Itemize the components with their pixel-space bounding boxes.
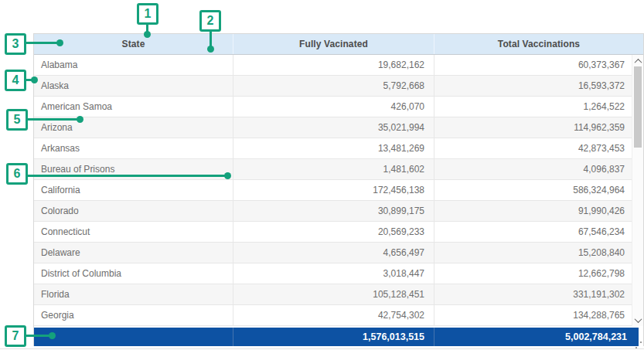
scroll-down-button[interactable] <box>632 314 643 325</box>
state-cell: Alaska <box>34 76 233 96</box>
callout-marker-2: 2 <box>199 10 221 32</box>
vaccination-table: State Fully Vacinated Total Vaccinations… <box>33 33 644 346</box>
state-cell: Connecticut <box>34 222 233 242</box>
state-cell: Georgia <box>34 305 233 325</box>
fully-vaccinated-cell: 42,754,302 <box>233 305 434 325</box>
callout-marker-4: 4 <box>5 70 26 91</box>
table-row[interactable]: Alaska 5,792,668 16,593,372 <box>34 76 643 97</box>
fully-vaccinated-cell: 3,018,447 <box>233 263 434 284</box>
total-vaccinations-cell: 12,662,798 <box>434 263 643 284</box>
total-vaccinations-cell: 15,208,840 <box>434 243 643 263</box>
callout-marker-5: 5 <box>6 109 28 131</box>
state-cell: Alabama <box>34 55 233 75</box>
total-vaccinations-cell: 331,191,302 <box>434 284 643 304</box>
callout-marker-6: 6 <box>6 163 28 185</box>
chevron-up-icon <box>635 58 642 66</box>
fully-vaccinated-cell: 19,682,162 <box>233 55 434 75</box>
total-vaccinations-cell: 134,288,765 <box>434 305 643 325</box>
state-cell: Florida <box>34 284 233 304</box>
state-cell: California <box>34 180 233 200</box>
state-cell: Delaware <box>34 243 233 263</box>
callout-marker-1: 1 <box>137 3 158 25</box>
callout-stem-7 <box>26 335 50 337</box>
callout-dot-6 <box>224 172 231 179</box>
table-row[interactable]: Georgia 42,754,302 134,288,765 <box>34 305 643 326</box>
table-row[interactable]: American Samoa 426,070 1,264,522 <box>34 97 643 117</box>
fully-vaccinated-cell: 4,656,497 <box>233 243 434 263</box>
fully-vaccinated-cell: 1,481,602 <box>233 159 434 179</box>
total-vaccinations-cell: 114,962,359 <box>434 117 643 138</box>
total-vaccinations-cell: 1,264,522 <box>434 97 643 117</box>
callout-stem-2 <box>210 31 212 47</box>
fully-vaccinated-cell: 30,899,175 <box>233 201 434 221</box>
fully-vaccinated-cell: 172,456,138 <box>233 180 434 200</box>
table-body: Alabama 19,682,162 60,373,367 Alaska 5,7… <box>34 55 643 326</box>
total-vaccinations-cell: 42,873,453 <box>434 138 643 158</box>
total-vaccinations-cell: 60,373,367 <box>434 55 643 75</box>
callout-marker-3: 3 <box>5 33 26 55</box>
total-vaccinations-cell: 4,096,837 <box>434 159 643 179</box>
table-row[interactable]: Arizona 35,021,994 114,962,359 <box>34 117 643 138</box>
callout-stem-5 <box>27 118 78 121</box>
column-header-fully-vaccinated[interactable]: Fully Vacinated <box>233 34 434 54</box>
capture-bottom-edge <box>0 348 644 349</box>
fully-vaccinated-cell: 20,569,233 <box>233 222 434 242</box>
resize-grip-icon <box>635 342 642 348</box>
total-vaccinations-cell: 91,990,426 <box>434 201 643 221</box>
screenshot-root: State Fully Vacinated Total Vaccinations… <box>0 0 644 350</box>
total-vaccinations-cell: 67,546,234 <box>434 222 643 242</box>
total-row-state-cell <box>34 328 233 346</box>
state-cell: Arkansas <box>34 138 233 158</box>
state-cell: Colorado <box>34 201 233 221</box>
table-row[interactable]: District of Columbia 3,018,447 12,662,79… <box>34 263 643 284</box>
vertical-scrollbar[interactable] <box>632 55 643 326</box>
chevron-down-icon <box>635 315 642 323</box>
table-row[interactable]: Colorado 30,899,175 91,990,426 <box>34 201 643 222</box>
state-cell: District of Columbia <box>34 263 233 284</box>
callout-dot-1 <box>144 31 151 38</box>
table-row[interactable]: California 172,456,138 586,324,964 <box>34 180 643 201</box>
callout-dot-3 <box>56 39 63 46</box>
callout-dot-7 <box>49 332 56 339</box>
callout-stem-3 <box>26 42 58 44</box>
scroll-up-button[interactable] <box>632 56 643 66</box>
fully-vaccinated-cell: 13,481,269 <box>233 138 434 158</box>
callout-dot-4 <box>31 76 38 83</box>
total-vaccinations-cell: 586,324,964 <box>434 180 643 200</box>
scrollbar-thumb[interactable] <box>634 66 642 148</box>
table-row[interactable]: Connecticut 20,569,233 67,546,234 <box>34 222 643 243</box>
table-row[interactable]: Florida 105,128,451 331,191,302 <box>34 284 643 305</box>
table-row[interactable]: Arkansas 13,481,269 42,873,453 <box>34 138 643 159</box>
state-cell: American Samoa <box>34 97 233 117</box>
grand-total-row: 1,576,013,515 5,002,784,231 <box>34 326 639 346</box>
total-total-vaccinations-cell: 5,002,784,231 <box>434 328 639 346</box>
total-fully-vaccinated-cell: 1,576,013,515 <box>233 328 434 346</box>
callout-marker-7: 7 <box>5 325 26 347</box>
fully-vaccinated-cell: 35,021,994 <box>233 117 434 138</box>
callout-dot-2 <box>207 46 214 53</box>
total-vaccinations-cell: 16,593,372 <box>434 76 643 96</box>
fully-vaccinated-cell: 5,792,668 <box>233 76 434 96</box>
column-header-state[interactable]: State <box>34 34 233 54</box>
table-header-row: State Fully Vacinated Total Vaccinations <box>34 34 643 55</box>
callout-dot-5 <box>77 116 83 123</box>
callout-stem-6 <box>27 175 226 177</box>
table-row[interactable]: Alabama 19,682,162 60,373,367 <box>34 55 643 76</box>
table-row[interactable]: Delaware 4,656,497 15,208,840 <box>34 243 643 263</box>
column-header-total-vaccinations[interactable]: Total Vaccinations <box>434 34 643 54</box>
fully-vaccinated-cell: 426,070 <box>233 97 434 117</box>
fully-vaccinated-cell: 105,128,451 <box>233 284 434 304</box>
